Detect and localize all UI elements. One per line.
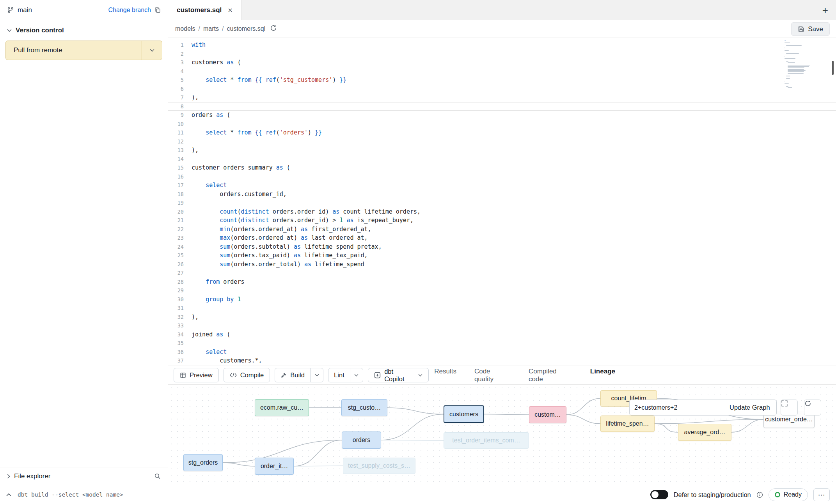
code-line[interactable]: 17 select bbox=[168, 181, 836, 190]
tab-close-icon[interactable]: × bbox=[228, 6, 233, 14]
pull-from-remote-label[interactable]: Pull from remote bbox=[6, 41, 142, 60]
code-line[interactable]: 24 sum(orders.subtotal) as lifetime_spen… bbox=[168, 242, 836, 251]
lineage-search-input[interactable] bbox=[629, 400, 723, 416]
code-line[interactable]: 20 count(distinct orders.order_id) as co… bbox=[168, 207, 836, 216]
branch-name[interactable]: main bbox=[18, 6, 32, 14]
command-input[interactable]: dbt build --select <model_name> bbox=[18, 492, 123, 498]
lineage-node-average-order[interactable]: average_ord… bbox=[678, 424, 731, 441]
code-line[interactable]: 23 max(orders.ordered_at) as last_ordere… bbox=[168, 233, 836, 242]
code-line[interactable]: 16 bbox=[168, 172, 836, 181]
code-line[interactable]: 29 bbox=[168, 286, 836, 295]
code-line[interactable]: 14 bbox=[168, 155, 836, 164]
code-line[interactable]: 34joined as ( bbox=[168, 330, 836, 339]
minimap[interactable] bbox=[785, 40, 815, 88]
code-line[interactable]: 6 bbox=[168, 85, 836, 94]
file-state-icon[interactable] bbox=[270, 25, 277, 33]
code-editor[interactable]: 1with23customers as (45 select * from {{… bbox=[168, 37, 836, 366]
copy-icon[interactable] bbox=[154, 7, 161, 13]
code-line[interactable]: 28 from orders bbox=[168, 278, 836, 286]
code-line[interactable]: 18 orders.customer_id, bbox=[168, 190, 836, 199]
tab-customers-sql[interactable]: customers.sql × bbox=[168, 0, 241, 20]
dbt-copilot-button[interactable]: dbt Copilot bbox=[368, 368, 429, 382]
code-line[interactable]: 2 bbox=[168, 50, 836, 58]
code-line[interactable]: 19 bbox=[168, 198, 836, 207]
lineage-node-stg-orders[interactable]: stg_orders bbox=[183, 454, 223, 471]
code-line[interactable]: 25 sum(orders.tax_paid) as lifetime_tax_… bbox=[168, 251, 836, 260]
version-control-header[interactable]: Version control bbox=[0, 20, 168, 39]
info-icon[interactable] bbox=[756, 492, 763, 498]
code-line[interactable]: 15customer_orders_summary as ( bbox=[168, 163, 836, 172]
lineage-node-orders[interactable]: orders bbox=[342, 431, 381, 449]
code-line[interactable]: 30 group by 1 bbox=[168, 295, 836, 304]
code-line[interactable]: 3customers as ( bbox=[168, 58, 836, 67]
save-button[interactable]: Save bbox=[791, 22, 830, 36]
code-line[interactable]: 37 customers.*, bbox=[168, 356, 836, 365]
code-line[interactable]: 31 bbox=[168, 304, 836, 313]
lineage-node-test-order-items[interactable]: test_order_items_com… bbox=[444, 432, 529, 449]
code-line[interactable]: 9orders as ( bbox=[168, 111, 836, 120]
copilot-icon bbox=[374, 372, 381, 378]
line-number: 22 bbox=[168, 226, 192, 232]
fullscreen-button[interactable] bbox=[781, 400, 798, 416]
chevron-up-icon[interactable] bbox=[6, 493, 11, 497]
code-line[interactable]: 11 select * from {{ ref('orders') }} bbox=[168, 128, 836, 137]
compile-button[interactable]: Compile bbox=[224, 368, 270, 382]
chevron-right-icon bbox=[7, 474, 10, 479]
panel-tab-code-quality[interactable]: Code quality bbox=[474, 365, 511, 386]
chevron-down-icon bbox=[7, 29, 12, 32]
pull-options-button[interactable] bbox=[142, 41, 162, 60]
more-options-button[interactable]: ⋯ bbox=[813, 488, 830, 501]
lint-options-button[interactable] bbox=[350, 368, 363, 382]
search-icon[interactable] bbox=[154, 473, 161, 479]
new-tab-button[interactable]: + bbox=[822, 0, 828, 20]
code-line[interactable]: 4 bbox=[168, 67, 836, 76]
lineage-node-customers[interactable]: customers bbox=[444, 405, 484, 423]
file-explorer-label: File explorer bbox=[14, 472, 51, 480]
code-line[interactable]: 1with bbox=[168, 41, 836, 50]
code-line[interactable]: 32), bbox=[168, 313, 836, 322]
branch-bar: main Change branch bbox=[0, 0, 168, 20]
code-line[interactable]: 13), bbox=[168, 146, 836, 155]
pull-from-remote-button[interactable]: Pull from remote bbox=[5, 41, 162, 60]
lineage-node-stg-customers[interactable]: stg_custo… bbox=[341, 399, 387, 416]
code-line[interactable]: 10 bbox=[168, 120, 836, 129]
lineage-node-ecom[interactable]: ecom.raw_cu… bbox=[255, 399, 309, 416]
tab-title: customers.sql bbox=[177, 6, 222, 14]
panel-tab-compiled-code[interactable]: Compiled code bbox=[528, 365, 573, 386]
change-branch-link[interactable]: Change branch bbox=[108, 7, 151, 14]
file-explorer-header[interactable]: File explorer bbox=[0, 467, 168, 485]
code-line[interactable]: 8 bbox=[168, 102, 836, 111]
lineage-edge bbox=[566, 415, 600, 424]
code-line[interactable]: 21 count(distinct orders.order_id) > 1 a… bbox=[168, 216, 836, 225]
main-panel: customers.sql × + models/marts/customers… bbox=[168, 0, 836, 485]
code-line[interactable]: 22 min(orders.ordered_at) as first_order… bbox=[168, 225, 836, 234]
defer-toggle[interactable] bbox=[650, 490, 668, 499]
code-line[interactable]: 33 bbox=[168, 321, 836, 330]
code-line[interactable]: 5 select * from {{ ref('stg_customers') … bbox=[168, 76, 836, 85]
lineage-node-test-supply-costs[interactable]: test_supply_costs_s… bbox=[343, 458, 415, 474]
chevron-down-icon bbox=[418, 374, 422, 377]
line-number: 20 bbox=[168, 209, 192, 215]
build-options-button[interactable] bbox=[310, 368, 323, 382]
panel-tab-lineage[interactable]: Lineage bbox=[589, 365, 616, 386]
lineage-node-order-items[interactable]: order_it… bbox=[255, 458, 294, 475]
lint-button[interactable]: Lint bbox=[328, 368, 350, 382]
code-line[interactable]: 36 select bbox=[168, 348, 836, 357]
breadcrumb-item: models bbox=[175, 25, 195, 32]
lineage-node-customers-fct[interactable]: custom… bbox=[529, 406, 566, 423]
code-line[interactable]: 35 bbox=[168, 339, 836, 348]
build-button[interactable]: Build bbox=[275, 368, 310, 382]
update-graph-button[interactable]: Update Graph bbox=[723, 400, 777, 416]
code-line[interactable]: 12 bbox=[168, 137, 836, 146]
refresh-icon[interactable] bbox=[804, 400, 821, 416]
line-number: 21 bbox=[168, 217, 192, 223]
status-badge[interactable]: Ready bbox=[769, 488, 808, 501]
code-line[interactable]: 27 bbox=[168, 269, 836, 278]
code-line[interactable]: 7), bbox=[168, 93, 836, 102]
panel-tab-results[interactable]: Results bbox=[433, 365, 457, 386]
preview-button[interactable]: Preview bbox=[174, 368, 219, 382]
line-number: 33 bbox=[168, 322, 192, 329]
code-line[interactable]: 26 sum(orders.order_total) as lifetime_s… bbox=[168, 260, 836, 269]
lineage-node-lifetime-spend[interactable]: lifetime_spen… bbox=[600, 416, 655, 432]
scrollbar-thumb[interactable] bbox=[832, 61, 834, 75]
